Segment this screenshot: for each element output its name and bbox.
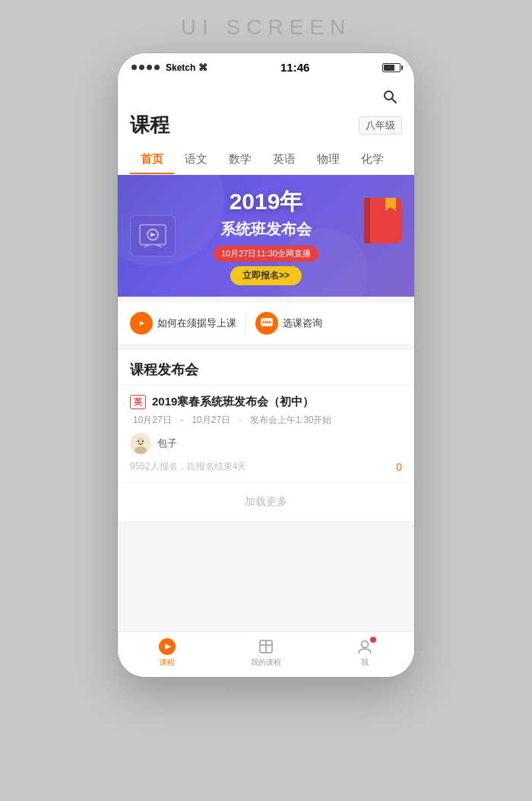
banner-book-body	[364, 198, 402, 243]
banner-device-icon	[130, 215, 176, 257]
banner-date-badge: 10月27日11:30全网直播	[214, 246, 318, 262]
banner-container: 2019年 系统班发布会 10月27日11:30全网直播 立即报名>>	[118, 175, 414, 297]
quick-action-consult[interactable]: 选课咨询	[255, 312, 322, 335]
bottom-nav-user-icon	[355, 638, 375, 655]
tab-home[interactable]: 首页	[130, 146, 174, 174]
bottom-nav-me-label: 我	[361, 657, 369, 668]
course-name: 2019寒春系统班发布会（初中）	[152, 395, 314, 409]
header-title-row: 课程 八年级	[130, 112, 402, 138]
course-footer: 9552人报名，距报名结束4天 0	[130, 460, 402, 473]
tab-chemistry[interactable]: 化学	[350, 146, 394, 174]
teacher-name: 包子	[157, 437, 177, 450]
status-bar: Sketch ⌘ 11:46	[118, 53, 414, 78]
grade-badge[interactable]: 八年级	[359, 116, 402, 135]
wifi-icon: ⌘	[198, 62, 207, 73]
notification-badge	[370, 637, 376, 643]
tab-physics[interactable]: 物理	[306, 146, 350, 174]
battery-icon	[382, 63, 401, 72]
course-card[interactable]: 英 2019寒春系统班发布会（初中） 10月27日 - 10月27日 · 发布会…	[118, 385, 414, 482]
course-date-start: 10月27日	[133, 415, 172, 425]
main-content: 2019年 系统班发布会 10月27日11:30全网直播 立即报名>> 如何在须…	[118, 175, 414, 631]
fav-count: 0	[396, 461, 402, 473]
bottom-nav-book-icon	[256, 638, 276, 655]
course-date-extra: 发布会上午1:30开始	[250, 415, 331, 425]
tab-english[interactable]: 英语	[262, 146, 306, 174]
course-date-dot: ·	[239, 415, 241, 425]
search-button[interactable]	[378, 84, 402, 109]
banner-subtitle: 系统班发布会	[220, 219, 312, 240]
bottom-nav-my-course-label: 我的课程	[251, 657, 281, 668]
network-label: Sketch	[166, 62, 195, 73]
page-title: 课程	[130, 112, 169, 138]
status-left: Sketch ⌘	[131, 62, 207, 73]
quick-actions: 如何在须据导上课 选课咨询	[118, 303, 414, 344]
banner-book-icon	[364, 198, 402, 243]
bottom-nav-course[interactable]: 课程	[144, 638, 190, 668]
bottom-nav-course-label: 课程	[160, 657, 175, 668]
status-right	[382, 63, 401, 72]
signal-dots	[131, 65, 160, 70]
header: 课程 八年级	[118, 78, 414, 146]
svg-point-13	[135, 447, 147, 454]
svg-point-21	[362, 641, 369, 648]
banner[interactable]: 2019年 系统班发布会 10月27日11:30全网直播 立即报名>>	[118, 175, 414, 297]
bottom-nav: 课程 我的课程	[118, 631, 414, 677]
bottom-nav-me[interactable]: 我	[342, 638, 388, 668]
svg-line-1	[392, 99, 397, 103]
svg-point-8	[263, 321, 265, 323]
banner-bookmark	[385, 198, 396, 211]
load-more-button[interactable]: 加载更多	[118, 483, 414, 521]
subject-tag: 英	[130, 395, 146, 409]
quick-action-consult-label: 选课咨询	[283, 316, 322, 330]
course-title-row: 英 2019寒春系统班发布会（初中）	[130, 395, 402, 409]
svg-point-15	[142, 440, 144, 442]
play-icon	[130, 312, 153, 335]
header-top-row	[130, 84, 402, 109]
bottom-nav-play-icon	[157, 638, 177, 655]
tab-math[interactable]: 数学	[218, 146, 262, 174]
teacher-avatar	[130, 433, 151, 454]
svg-point-10	[269, 321, 271, 323]
status-time: 11:46	[280, 61, 309, 74]
section-header: 课程发布会	[118, 350, 414, 385]
quick-action-guide-label: 如何在须据导上课	[157, 316, 236, 330]
quick-actions-divider	[245, 312, 246, 335]
teacher-row: 包子	[130, 433, 402, 454]
banner-cta-button[interactable]: 立即报名>>	[230, 266, 302, 285]
enroll-count: 9552人报名，距报名结束4天	[130, 460, 246, 473]
tab-chinese[interactable]: 语文	[174, 146, 218, 174]
nav-tabs: 首页 语文 数学 英语 物理 化学	[118, 146, 414, 175]
ui-screen-label: UI SCREEN	[181, 15, 351, 40]
course-date-end: 10月27日	[192, 415, 230, 425]
svg-point-14	[138, 440, 139, 442]
chat-icon	[255, 312, 278, 335]
section-title: 课程发布会	[130, 362, 198, 377]
svg-marker-4	[150, 232, 156, 237]
course-date-sep: -	[180, 415, 183, 425]
banner-book-spine	[364, 198, 370, 243]
svg-point-9	[266, 321, 268, 323]
course-date: 10月27日 - 10月27日 · 发布会上午1:30开始	[130, 414, 402, 427]
quick-action-guide[interactable]: 如何在须据导上课	[130, 312, 236, 335]
ibaotu-label: IBAOTU.COM	[227, 685, 305, 696]
banner-title: 2019年	[230, 186, 303, 218]
bottom-nav-my-course[interactable]: 我的课程	[243, 638, 289, 668]
